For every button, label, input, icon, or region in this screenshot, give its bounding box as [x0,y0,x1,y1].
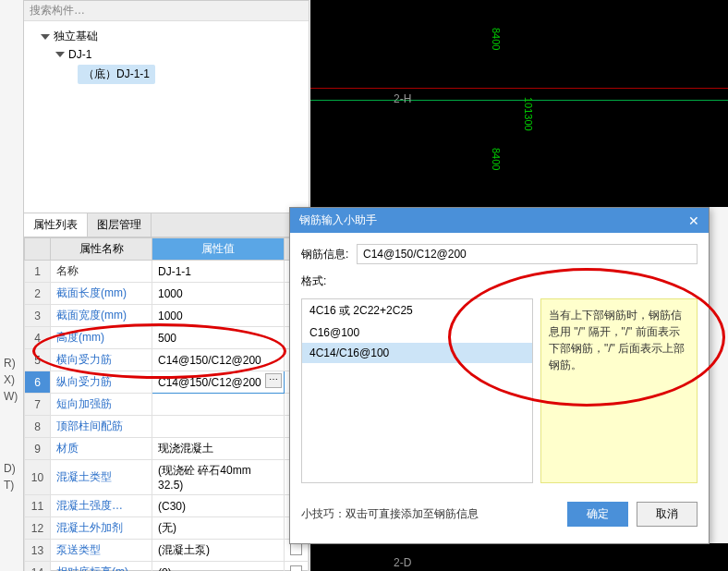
property-table: 属性名称属性值 1名称DJ-1-12截面长度(mm)10003截面宽度(mm)1… [24,237,309,571]
property-value[interactable] [152,394,285,416]
ok-button[interactable]: 确定 [567,502,628,527]
col-name: 属性名称 [51,238,152,261]
tree-child[interactable]: DJ-1 [30,46,303,63]
property-value[interactable]: C14@150/C12@200 [152,349,285,371]
format-label: 格式: [301,273,357,289]
row-number: 14 [25,562,51,572]
property-row[interactable]: 12混凝土外加剂(无) [25,517,309,540]
lock-checkbox[interactable] [285,562,309,572]
property-name: 纵向受力筋 [51,371,152,394]
format-item[interactable]: 4C14/C16@100 [302,343,532,363]
row-number: 8 [25,416,51,438]
property-row[interactable]: 5横向受力筋C14@150/C12@200 [25,349,309,371]
panel-tabs: 属性列表 图层管理 [24,213,309,237]
property-row[interactable]: 1名称DJ-1-1 [25,261,309,283]
info-label: 钢筋信息: [301,247,357,262]
property-row[interactable]: 7短向加强筋 [25,394,309,416]
dialog-title-text: 钢筋输入小助手 [299,213,377,228]
row-number: 7 [25,394,51,416]
row-number: 6 [25,371,51,394]
property-value[interactable]: (0) [152,562,285,572]
format-item[interactable]: 4C16 或 2C22+2C25 [302,299,532,322]
more-button[interactable]: ⋯ [265,373,282,388]
property-name: 顶部柱间配筋 [51,416,152,438]
rebar-info-input[interactable] [357,244,698,264]
property-row[interactable]: 10混凝土类型(现浇砼 碎石40mm 32.5) [25,460,309,495]
property-name: 短向加强筋 [51,394,152,416]
property-name: 混凝土强度… [51,495,152,517]
dim-text: 8400 [491,148,502,170]
close-icon[interactable]: ✕ [688,213,699,228]
property-row[interactable]: 9材质现浇混凝土 [25,438,309,460]
triangle-icon [55,52,65,57]
property-value[interactable]: 现浇混凝土 [152,438,285,460]
property-value[interactable]: 1000 [152,283,285,305]
search-input[interactable]: 搜索构件… [24,1,309,21]
row-number: 11 [25,495,51,517]
property-row[interactable]: 6纵向受力筋C14@150/C12@200⋯ [25,371,309,394]
property-name: 高度(mm) [51,327,152,349]
tree-root[interactable]: 独立基础 [30,27,303,46]
property-row[interactable]: 13泵送类型(混凝土泵) [25,540,309,562]
component-tree[interactable]: 独立基础 DJ-1 （底）DJ-1-1 [24,21,309,213]
property-name: 截面长度(mm) [51,283,152,305]
property-name: 截面宽度(mm) [51,305,152,327]
grid-label: 2-H [394,92,411,105]
row-number: 10 [25,460,51,495]
property-name: 混凝土类型 [51,460,152,495]
property-value[interactable]: (混凝土泵) [152,540,285,562]
property-value[interactable]: 500 [152,327,285,349]
cad-canvas-bottom: 2-D [310,543,728,571]
property-row[interactable]: 4高度(mm)500 [25,327,309,349]
property-value[interactable]: 1000 [152,305,285,327]
row-number: 13 [25,540,51,562]
tab-properties[interactable]: 属性列表 [24,213,88,237]
tip-box: 当有上下部钢筋时，钢筋信息用 "/" 隔开，"/" 前面表示下部钢筋，"/" 后… [540,298,698,483]
property-row[interactable]: 2截面长度(mm)1000 [25,283,309,305]
property-value[interactable]: C14@150/C12@200⋯ [152,371,285,394]
row-number: 4 [25,327,51,349]
rebar-helper-dialog: 钢筋输入小助手 ✕ 钢筋信息: 格式: 4C16 或 2C22+2C25 C16… [289,207,710,544]
property-row[interactable]: 14相对底标高(m)(0) [25,562,309,572]
format-list[interactable]: 4C16 或 2C22+2C25 C16@100 4C14/C16@100 [301,298,533,483]
footer-tip: 小技巧：双击可直接添加至钢筋信息 [301,506,479,522]
format-item[interactable]: C16@100 [302,322,532,343]
left-panel: 搜索构件… 独立基础 DJ-1 （底）DJ-1-1 属性列表 图层管理 属性名称… [23,0,309,571]
property-name: 混凝土外加剂 [51,517,152,540]
col-value: 属性值 [152,238,285,261]
row-number: 2 [25,283,51,305]
dim-text: 8400 [491,28,502,50]
property-name: 名称 [51,261,152,283]
triangle-icon [41,34,50,40]
cad-canvas[interactable]: 8400 101300 8400 2-H [310,0,728,207]
dim-text: 101300 [523,97,534,131]
property-row[interactable]: 11混凝土强度…(C30) [25,495,309,517]
property-value[interactable]: DJ-1-1 [152,261,285,283]
property-row[interactable]: 8顶部柱间配筋 [25,416,309,438]
property-name: 材质 [51,438,152,460]
property-row[interactable]: 3截面宽度(mm)1000 [25,305,309,327]
row-number: 3 [25,305,51,327]
row-number: 5 [25,349,51,371]
property-name: 横向受力筋 [51,349,152,371]
row-number: 9 [25,438,51,460]
col-blank [25,238,51,261]
property-value[interactable]: (C30) [152,495,285,517]
property-value[interactable]: (现浇砼 碎石40mm 32.5) [152,460,285,495]
side-letter-strip: R)X)W) D)T) [0,351,18,493]
cancel-button[interactable]: 取消 [637,502,698,527]
grid-label: 2-D [394,556,411,569]
row-number: 1 [25,261,51,283]
property-name: 相对底标高(m) [51,562,152,572]
dialog-titlebar[interactable]: 钢筋输入小助手 ✕ [290,208,709,233]
row-number: 12 [25,517,51,540]
property-value[interactable]: (无) [152,517,285,540]
tab-layers[interactable]: 图层管理 [88,213,152,237]
tree-leaf[interactable]: （底）DJ-1-1 [30,63,303,86]
property-name: 泵送类型 [51,540,152,562]
property-value[interactable] [152,416,285,438]
